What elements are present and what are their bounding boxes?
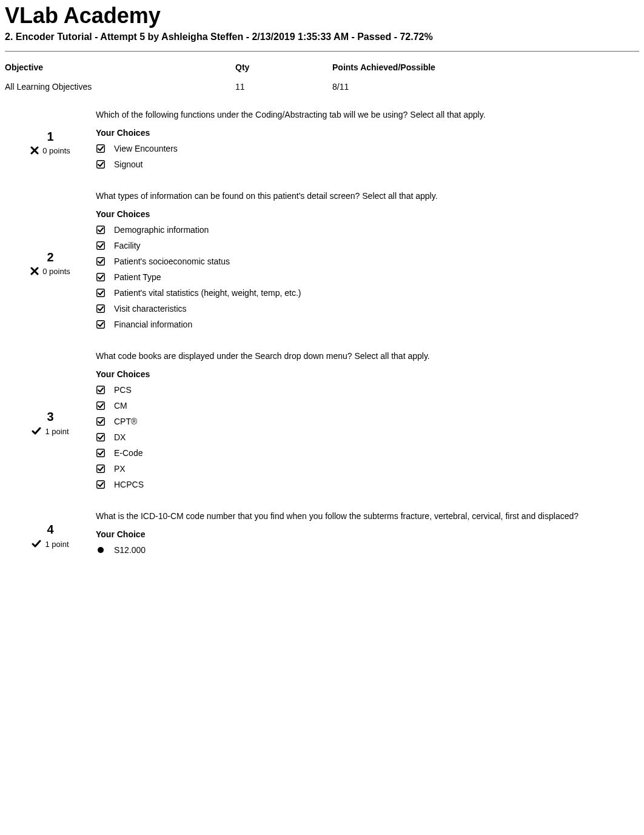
question-meta: 20 points	[5, 191, 96, 335]
checkbox-checked-icon	[96, 144, 106, 153]
choices-header: Your Choices	[96, 128, 639, 138]
choice-row: PCS	[96, 385, 639, 395]
choice-row: View Encounters	[96, 144, 639, 153]
checkbox-checked-icon	[96, 226, 106, 234]
page-title: VLab Academy	[5, 4, 639, 28]
question-block: 20 pointsWhat types of information can b…	[5, 191, 639, 335]
checkbox-checked-icon	[96, 417, 106, 426]
question-content: What types of information can be found o…	[96, 191, 639, 335]
question-meta: 31 point	[5, 351, 96, 495]
checkbox-checked-icon	[96, 273, 106, 281]
choice-row: Patient's vital statistics (height, weig…	[96, 288, 639, 298]
checkbox-checked-icon	[96, 289, 106, 297]
checkbox-checked-icon	[96, 304, 106, 313]
choice-label: Facility	[114, 241, 141, 250]
question-text: What code books are displayed under the …	[96, 351, 639, 361]
checkbox-checked-icon	[96, 320, 106, 329]
choice-label: Signout	[114, 159, 143, 169]
choice-label: S12.000	[114, 545, 146, 555]
check-icon	[32, 539, 41, 549]
page-subtitle: 2. Encoder Tutorial - Attempt 5 by Ashle…	[5, 32, 639, 42]
choice-label: CM	[114, 401, 127, 411]
question-content: What is the ICD-10-CM code number that y…	[96, 511, 639, 561]
summary-qty: 11	[235, 79, 332, 94]
question-number: 4	[47, 523, 53, 537]
choice-label: View Encounters	[114, 144, 178, 153]
question-content: Which of the following functions under t…	[96, 110, 639, 175]
x-icon	[30, 146, 39, 155]
choice-row: CM	[96, 401, 639, 411]
question-text: Which of the following functions under t…	[96, 110, 639, 119]
checkbox-checked-icon	[96, 464, 106, 473]
summary-header-qty: Qty	[235, 60, 332, 75]
question-status-row: 1 point	[32, 539, 69, 549]
choices-header: Your Choices	[96, 209, 639, 219]
choice-label: DX	[114, 432, 126, 442]
question-meta: 41 point	[5, 511, 96, 561]
question-points-label: 1 point	[45, 427, 69, 436]
summary-header-points: Points Achieved/Possible	[332, 60, 639, 75]
question-points-label: 0 points	[42, 267, 70, 276]
question-number: 2	[47, 250, 53, 264]
question-points-label: 0 points	[42, 146, 70, 155]
question-meta: 10 points	[5, 110, 96, 175]
choice-row: CPT®	[96, 417, 639, 426]
choice-row: HCPCS	[96, 480, 639, 489]
choice-label: Patient's socioeconomic status	[114, 257, 230, 266]
checkbox-checked-icon	[96, 257, 106, 266]
choice-row: E-Code	[96, 448, 639, 458]
choice-label: E-Code	[114, 448, 143, 458]
radio-filled-icon	[96, 546, 106, 554]
checkbox-checked-icon	[96, 480, 106, 489]
choice-label: PX	[114, 464, 126, 474]
divider	[5, 51, 639, 52]
choice-label: Demographic information	[114, 225, 209, 235]
x-icon	[30, 267, 39, 275]
choices-header: Your Choices	[96, 369, 639, 379]
choice-label: PCS	[114, 385, 132, 395]
summary-points: 8/11	[332, 79, 639, 94]
checkbox-checked-icon	[96, 449, 106, 457]
question-status-row: 1 point	[32, 426, 69, 436]
choice-label: Financial information	[114, 320, 192, 329]
choice-label: CPT®	[114, 417, 137, 426]
question-text: What is the ICD-10-CM code number that y…	[96, 511, 639, 521]
summary-header-objective: Objective	[5, 60, 235, 75]
svg-point-16	[98, 547, 104, 553]
question-content: What code books are displayed under the …	[96, 351, 639, 495]
choice-row: Visit characteristics	[96, 304, 639, 314]
choice-row: Signout	[96, 159, 639, 169]
checkbox-checked-icon	[96, 386, 106, 394]
question-status-row: 0 points	[30, 146, 70, 155]
choice-row: Demographic information	[96, 225, 639, 235]
checkbox-checked-icon	[96, 241, 106, 250]
choice-label: Patient Type	[114, 272, 161, 282]
choice-label: HCPCS	[114, 480, 144, 489]
choice-row: S12.000	[96, 545, 639, 555]
question-block: 31 pointWhat code books are displayed un…	[5, 351, 639, 495]
choices-header: Your Choice	[96, 529, 639, 539]
choice-row: PX	[96, 464, 639, 474]
summary-objective: All Learning Objectives	[5, 79, 235, 94]
question-points-label: 1 point	[45, 540, 69, 549]
question-text: What types of information can be found o…	[96, 191, 639, 201]
question-number: 1	[47, 130, 53, 144]
summary-header-row: Objective Qty Points Achieved/Possible	[5, 60, 639, 75]
choice-row: Patient's socioeconomic status	[96, 257, 639, 266]
question-status-row: 0 points	[30, 267, 70, 276]
choice-row: Facility	[96, 241, 639, 250]
question-block: 41 pointWhat is the ICD-10-CM code numbe…	[5, 511, 639, 561]
summary-data-row: All Learning Objectives 11 8/11	[5, 79, 639, 94]
checkbox-checked-icon	[96, 401, 106, 410]
choice-row: DX	[96, 432, 639, 442]
checkbox-checked-icon	[96, 160, 106, 169]
check-icon	[32, 426, 41, 436]
choice-row: Patient Type	[96, 272, 639, 282]
choice-label: Visit characteristics	[114, 304, 187, 314]
question-block: 10 pointsWhich of the following function…	[5, 110, 639, 175]
checkbox-checked-icon	[96, 433, 106, 441]
choice-row: Financial information	[96, 320, 639, 329]
question-number: 3	[47, 410, 53, 424]
choice-label: Patient's vital statistics (height, weig…	[114, 288, 301, 298]
